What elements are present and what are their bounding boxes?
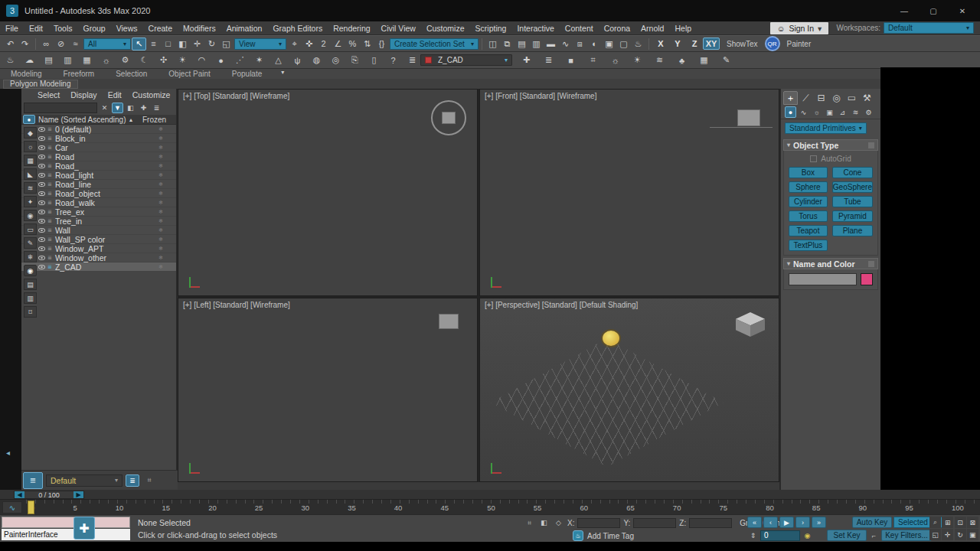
layer-row[interactable]: ≣ Wall_SP color ❄ bbox=[21, 235, 176, 244]
painter-button[interactable]: Painter bbox=[781, 40, 818, 48]
explorer-menu-item[interactable]: Select bbox=[32, 90, 65, 99]
zoom-extents-all-icon[interactable]: ⊠ bbox=[967, 517, 978, 528]
rail-pin-icon[interactable]: ⌑ bbox=[24, 306, 37, 318]
bulb-icon[interactable]: ☼ bbox=[608, 54, 622, 67]
undo-icon[interactable]: ↶ bbox=[3, 37, 18, 51]
layer-row[interactable]: ≣ Tree_in ❄ bbox=[21, 217, 176, 226]
cloud-icon[interactable]: ☁ bbox=[22, 54, 37, 67]
menu-item[interactable]: Edit bbox=[24, 21, 48, 34]
zoom-all-icon[interactable]: ⊞ bbox=[942, 517, 953, 528]
material-editor-icon[interactable]: ◐ bbox=[587, 37, 602, 51]
play-button[interactable]: ▶ bbox=[779, 517, 794, 528]
display-tab[interactable]: ▭ bbox=[844, 91, 859, 105]
bind-to-space-warp-icon[interactable]: ≈ bbox=[68, 37, 83, 51]
reference-coordinate-dropdown[interactable]: View▾ bbox=[234, 38, 286, 50]
layer-row[interactable]: ≣ Tree_ex ❄ bbox=[21, 207, 176, 217]
visibility-eye-icon[interactable] bbox=[38, 201, 45, 205]
sign-in-button[interactable]: ☺ Sign In ▾ bbox=[770, 22, 829, 34]
pyramid-icon[interactable]: △ bbox=[271, 54, 286, 67]
grid-panel-icon[interactable]: ▦ bbox=[80, 54, 94, 67]
maximize-viewport-icon[interactable]: ▣ bbox=[967, 529, 978, 540]
set-keys-big-button[interactable]: ✚ bbox=[74, 517, 95, 540]
ribbon-tab[interactable]: Freeform bbox=[53, 69, 106, 79]
explorer-search-input[interactable] bbox=[24, 103, 97, 113]
visibility-eye-icon[interactable] bbox=[38, 237, 45, 242]
rail-select-icon[interactable]: ◆ bbox=[24, 127, 37, 139]
menu-item[interactable]: Corona bbox=[599, 21, 635, 34]
frozen-column-header[interactable]: Frozen bbox=[142, 116, 176, 124]
zoom-region-icon[interactable]: ◱ bbox=[929, 529, 941, 540]
menu-item[interactable]: Tools bbox=[48, 21, 78, 34]
gears-icon[interactable]: ✣ bbox=[156, 54, 171, 67]
select-and-scale-icon[interactable]: ◱ bbox=[219, 37, 234, 51]
frozen-toggle-icon[interactable]: ❄ bbox=[145, 154, 176, 160]
layer-row[interactable]: ≣ Block_in ❄ bbox=[21, 134, 176, 143]
menu-item[interactable]: Customize bbox=[421, 21, 470, 34]
hierarchy-mode-icon[interactable]: ⌗ bbox=[142, 474, 156, 487]
sun-icon[interactable]: ☀ bbox=[175, 54, 190, 67]
layer-row[interactable]: ≣ Car ❄ bbox=[21, 143, 176, 152]
y-constraint-button[interactable]: Y bbox=[669, 37, 686, 50]
select-and-move-icon[interactable]: ✛ bbox=[190, 37, 204, 51]
frozen-toggle-icon[interactable]: ❄ bbox=[145, 227, 176, 233]
rail-materials-icon[interactable]: ▤ bbox=[24, 279, 37, 290]
time-configuration-icon[interactable]: ◉ bbox=[802, 530, 813, 541]
active-layer-dropdown[interactable]: Z_CAD ▾ bbox=[420, 54, 512, 66]
object-type-header[interactable]: ▾ Object Type bbox=[783, 139, 878, 151]
menu-item[interactable]: Animation bbox=[221, 21, 268, 34]
moon-icon[interactable]: ☾ bbox=[137, 54, 152, 67]
scene-explorer-toggle-icon[interactable]: ▤ bbox=[514, 37, 529, 51]
menu-item[interactable]: File bbox=[0, 21, 24, 34]
visibility-eye-icon[interactable] bbox=[38, 246, 45, 251]
ribbon-tab[interactable]: Modeling bbox=[0, 69, 53, 79]
primitive-button[interactable]: Plane bbox=[832, 225, 873, 236]
layer-row[interactable]: ≣ Road ❄ bbox=[21, 152, 176, 161]
ball-icon[interactable]: ◎ bbox=[328, 54, 343, 67]
object-category-dropdown[interactable]: Standard Primitives ▾ bbox=[785, 122, 867, 134]
rectangular-selection-icon[interactable]: □ bbox=[161, 37, 175, 51]
primitive-button[interactable]: Cone bbox=[832, 167, 873, 178]
utilities-tab[interactable]: ⚒ bbox=[860, 91, 874, 105]
mini-curve-editor-icon[interactable]: ∿ bbox=[2, 501, 22, 514]
menu-item[interactable]: Create bbox=[143, 21, 178, 34]
select-and-manipulate-icon[interactable]: ✜ bbox=[302, 37, 316, 51]
rail-spacewarps-icon[interactable]: ≋ bbox=[24, 182, 37, 194]
brush-icon[interactable]: ✎ bbox=[719, 54, 733, 67]
use-pivot-center-icon[interactable]: ⌖ bbox=[287, 37, 302, 51]
menu-item[interactable]: Graph Editors bbox=[267, 21, 328, 34]
ribbon-tab[interactable]: Object Paint bbox=[158, 69, 220, 79]
name-and-color-header[interactable]: ▾ Name and Color bbox=[783, 258, 878, 269]
primitive-button[interactable]: GeoSphere bbox=[832, 181, 873, 193]
z-constraint-button[interactable]: Z bbox=[686, 37, 703, 50]
zoom-extents-icon[interactable]: ⊡ bbox=[955, 517, 966, 528]
viewport-perspective-label[interactable]: [+] [Perspective] [Standard] [Default Sh… bbox=[485, 301, 638, 309]
frozen-toggle-icon[interactable]: ❄ bbox=[145, 209, 176, 215]
sphere-icon[interactable]: ● bbox=[214, 54, 228, 67]
cameras-category[interactable]: ▣ bbox=[824, 106, 835, 118]
explorer-collapse-icon[interactable]: ◂ bbox=[6, 448, 10, 457]
render-icon[interactable]: ♨ bbox=[631, 37, 645, 51]
menu-item[interactable]: Group bbox=[78, 21, 111, 34]
menu-item[interactable]: Rendering bbox=[328, 21, 375, 34]
frame-forward-icon[interactable]: ▶ bbox=[74, 491, 83, 498]
layer-row[interactable]: ≣ 0 (default) ❄ bbox=[21, 125, 176, 134]
auto-key-button[interactable]: Auto Key bbox=[852, 517, 892, 528]
rail-lights-icon[interactable]: ☼ bbox=[24, 141, 37, 152]
select-and-link-icon[interactable]: ∞ bbox=[39, 37, 54, 51]
radio-column-icon[interactable]: ● bbox=[23, 115, 35, 124]
viewport-top[interactable]: [+] [Top] [Standard] [Wireframe] bbox=[178, 89, 478, 296]
layer-row[interactable]: ≣ Wall ❄ bbox=[21, 226, 176, 235]
spinner-snap-icon[interactable]: ⇅ bbox=[360, 37, 374, 51]
select-object-icon[interactable]: ↖ bbox=[132, 37, 146, 51]
ribbon-tab[interactable]: Selection bbox=[105, 69, 158, 79]
frozen-toggle-icon[interactable]: ❄ bbox=[145, 181, 176, 187]
mirror-icon[interactable]: ◫ bbox=[485, 37, 500, 51]
frame-back-icon[interactable]: ◀ bbox=[15, 491, 24, 498]
trees-icon[interactable]: ♣ bbox=[675, 54, 689, 67]
camera-gear-icon[interactable]: ⚙ bbox=[118, 54, 132, 67]
menu-item[interactable]: Content bbox=[560, 21, 599, 34]
visibility-eye-icon[interactable] bbox=[38, 155, 45, 159]
schematic-view-icon[interactable]: ⧈ bbox=[573, 37, 587, 51]
hierarchy-tab[interactable]: ⊟ bbox=[814, 91, 828, 105]
pan-icon[interactable]: ✛ bbox=[942, 529, 953, 540]
